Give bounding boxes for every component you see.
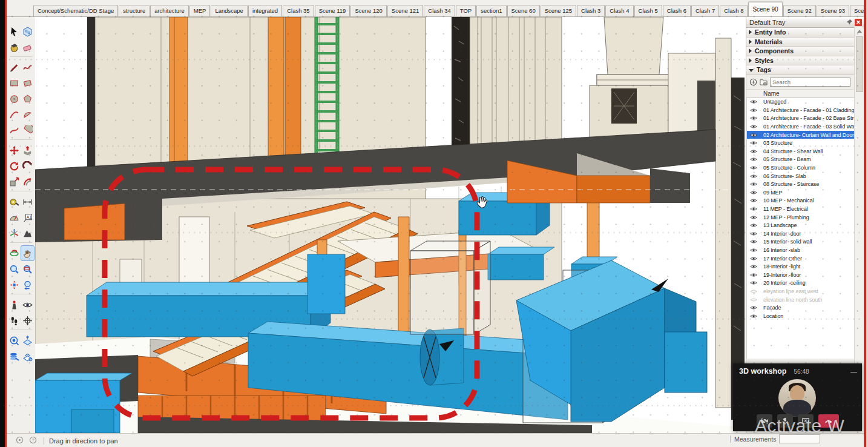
line-tool-icon[interactable] <box>8 60 21 74</box>
section-outer-tool-icon[interactable] <box>21 349 34 363</box>
tag-row[interactable]: 16 Interior -slab <box>747 246 864 254</box>
tag-row[interactable]: 01 Architecture - Facade - 01 Cladding <box>747 106 864 114</box>
pin-icon[interactable] <box>846 19 853 25</box>
visibility-eye-icon[interactable] <box>750 182 763 187</box>
scene-tab[interactable]: Clash 4 <box>605 5 633 16</box>
scene-tab[interactable]: Scene 93 <box>817 5 849 16</box>
minimize-icon[interactable]: — <box>850 368 857 375</box>
paint-bucket-tool-icon[interactable] <box>8 40 21 55</box>
tag-row[interactable]: 13 Landscape <box>747 221 864 230</box>
tag-row[interactable]: 17 Interior Other <box>747 254 864 263</box>
section-plane-tool-icon[interactable] <box>8 333 21 348</box>
tag-row[interactable]: 12 MEP - Plumbing <box>747 213 864 222</box>
scale-tool-icon[interactable] <box>8 174 21 189</box>
visibility-eye-icon[interactable] <box>750 165 763 170</box>
geolocation-icon[interactable] <box>16 436 29 445</box>
tray-section-tags[interactable]: Tags✕ <box>746 65 864 75</box>
three-point-arc-tool-icon[interactable] <box>8 123 21 137</box>
add-tag-icon[interactable] <box>749 78 757 86</box>
rectangle-tool-icon[interactable] <box>8 76 21 90</box>
tag-row[interactable]: 18-Interior -light <box>747 262 864 271</box>
tag-row[interactable]: 05 Structure - Beam <box>747 156 864 164</box>
tag-row[interactable]: 02 Architecture- Curtain Wall and Door <box>747 131 864 139</box>
zoom-extents-tool-icon[interactable] <box>8 277 21 292</box>
polygon-tool-icon[interactable] <box>21 91 34 106</box>
visibility-eye-icon[interactable] <box>750 141 763 145</box>
zoom-tool-icon[interactable] <box>8 262 21 276</box>
tags-name-column-header[interactable]: Name <box>746 89 864 98</box>
tray-close-icon[interactable]: ✕ <box>855 19 862 26</box>
pie-tool-icon[interactable] <box>21 123 34 137</box>
visibility-eye-icon[interactable] <box>750 273 763 277</box>
tag-row[interactable]: 01 Architecture - Facade - 02 Base Struc… <box>747 114 864 123</box>
tag-row[interactable]: 14 Interior -door <box>747 230 864 238</box>
help-icon[interactable]: ? <box>29 436 42 445</box>
tag-row[interactable]: 09 MEP <box>747 188 864 197</box>
axes-tool-icon[interactable] <box>8 226 21 240</box>
dimension-tool-icon[interactable] <box>21 194 34 209</box>
visibility-eye-icon[interactable] <box>750 264 763 269</box>
scene-tab[interactable]: Landscape <box>211 5 247 16</box>
visibility-eye-icon[interactable] <box>750 99 763 104</box>
tag-row[interactable]: elevation line east west <box>747 287 864 296</box>
arc-tool-icon[interactable] <box>8 107 21 122</box>
tray-section-materials[interactable]: Materials✕ <box>746 38 864 47</box>
scene-tab[interactable]: Scene 92 <box>783 5 816 16</box>
walk-tool-icon[interactable] <box>8 313 21 328</box>
tray-section-components[interactable]: Components✕ <box>746 47 864 56</box>
tag-row[interactable]: Untagged <box>747 98 864 107</box>
tags-search-input[interactable] <box>770 78 850 87</box>
scene-tab[interactable]: TOP <box>456 5 476 16</box>
scrollbar-thumb[interactable] <box>856 36 863 92</box>
visibility-eye-icon[interactable] <box>750 280 763 285</box>
visibility-eye-icon[interactable] <box>750 108 763 113</box>
two-point-arc-tool-icon[interactable] <box>21 107 34 122</box>
visibility-eye-icon[interactable] <box>750 207 763 211</box>
eraser-tool-icon[interactable] <box>21 40 34 55</box>
tray-section-entity-info[interactable]: Entity Info✕ <box>746 28 864 38</box>
scene-tab[interactable]: Scene 125 <box>541 5 576 16</box>
follow-me-tool-icon[interactable] <box>21 159 34 173</box>
scene-tab[interactable]: Scene 120 <box>350 5 386 16</box>
visibility-eye-icon[interactable] <box>750 174 763 179</box>
select-tool-icon[interactable] <box>8 24 21 39</box>
scene-tab[interactable]: Clash 3 <box>577 5 605 16</box>
tag-row[interactable]: 05 Structure - Column <box>747 164 864 172</box>
position-camera-tool-icon[interactable] <box>8 297 21 312</box>
tag-row[interactable]: 01 Architecture - Facade - 03 Solid Wall <box>747 122 864 131</box>
protractor-tool-icon[interactable] <box>8 210 21 225</box>
scene-tab[interactable]: Clash 34 <box>424 5 455 16</box>
move-tool-icon[interactable] <box>8 143 21 157</box>
visibility-eye-icon[interactable] <box>750 149 763 154</box>
scene-tab[interactable]: integrated <box>248 5 282 16</box>
tray-section-styles[interactable]: Styles✕ <box>746 56 864 66</box>
visibility-eye-icon[interactable] <box>750 215 763 220</box>
push-pull-tool-icon[interactable] <box>21 143 34 157</box>
tape-measure-tool-icon[interactable] <box>8 194 21 209</box>
tag-row[interactable]: 11 MEP - Electrical <box>747 205 864 213</box>
target-tool-icon[interactable] <box>21 313 34 328</box>
scene-tab[interactable]: Clash 6 <box>663 5 691 16</box>
zoom-window-tool-icon[interactable] <box>21 262 34 276</box>
visibility-eye-icon[interactable] <box>750 239 763 244</box>
add-tag-folder-icon[interactable] <box>760 78 768 86</box>
scene-tab[interactable]: structure <box>119 5 150 16</box>
scene-tab[interactable]: Scene 60 <box>507 5 540 16</box>
tag-row[interactable]: 06 Structure- Slab <box>747 172 864 180</box>
visibility-eye-icon[interactable] <box>750 190 763 195</box>
pan-tool-icon[interactable] <box>21 246 34 260</box>
circle-tool-icon[interactable] <box>8 91 21 106</box>
tag-row[interactable]: 10 MEP - Mechanical <box>747 197 864 205</box>
visibility-eye-icon[interactable] <box>750 231 763 236</box>
scene-tab[interactable]: Concept/Schematic/DD Stage <box>33 5 118 16</box>
tag-row[interactable]: 03 Structure <box>747 139 864 147</box>
rotate-tool-icon[interactable] <box>8 159 21 173</box>
rotated-rectangle-tool-icon[interactable] <box>21 76 34 90</box>
scene-tab[interactable]: Clash 8 <box>720 5 748 16</box>
orbit-tool-icon[interactable] <box>8 246 21 260</box>
scene-tab[interactable]: Scene 119 <box>315 5 350 16</box>
tag-row[interactable]: Facade <box>747 303 864 312</box>
visibility-eye-icon[interactable] <box>750 116 763 121</box>
section-display-tool-icon[interactable] <box>21 333 34 348</box>
visibility-eye-icon[interactable] <box>750 314 763 319</box>
